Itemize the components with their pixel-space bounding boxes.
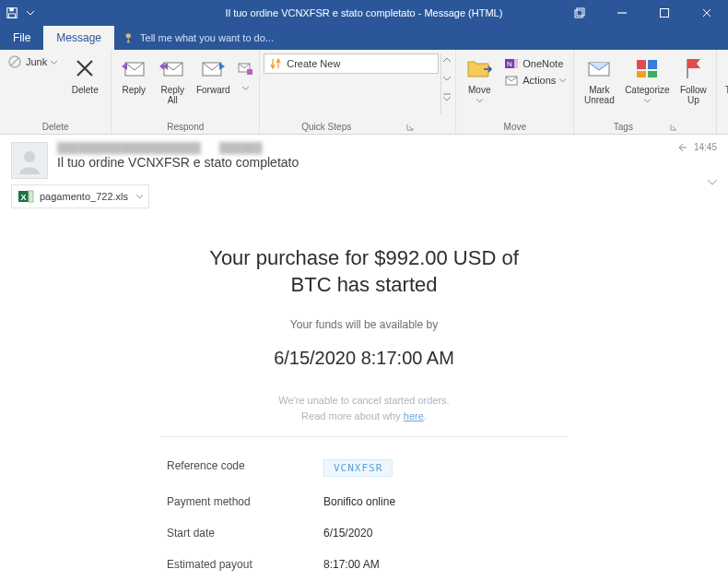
message-subject: Il tuo ordine VCNXFSR e stato completato <box>57 155 668 170</box>
divider <box>161 436 567 437</box>
follow-up-label: Follow Up <box>680 85 707 105</box>
window-buttons <box>558 0 728 26</box>
svg-rect-18 <box>247 69 252 75</box>
received-time: 14:45 <box>694 142 717 152</box>
svg-rect-4 <box>577 8 584 16</box>
forward-button[interactable]: Forward <box>193 53 233 95</box>
delete-icon <box>70 53 100 83</box>
forward-icon <box>198 53 228 83</box>
payment-method-value: Bonifico online <box>323 495 395 508</box>
excel-file-icon: X <box>18 188 34 205</box>
group-move-label: Move <box>460 122 569 134</box>
group-respond: Reply Reply All Forward Respond <box>112 50 260 134</box>
delete-button[interactable]: Delete <box>63 53 107 95</box>
svg-point-37 <box>24 151 35 162</box>
close-button[interactable] <box>686 0 728 26</box>
group-respond-label: Respond <box>115 122 255 134</box>
move-icon <box>464 53 494 83</box>
ribbon-tabs: File Message Tell me what you want to do… <box>0 26 728 50</box>
tab-message[interactable]: Message <box>43 26 114 50</box>
expand-header-icon[interactable] <box>708 179 717 186</box>
start-date-value: 6/15/2020 <box>323 527 372 540</box>
svg-point-9 <box>126 33 131 38</box>
more-respond-button[interactable] <box>235 53 255 91</box>
quickstep-create-new[interactable]: Create New <box>264 53 439 74</box>
translate-button[interactable]: aあ Translate <box>721 53 728 105</box>
from-sep: ██████ <box>219 142 263 153</box>
actions-icon <box>504 73 519 88</box>
from-name: ████████████████████ <box>57 142 201 153</box>
follow-up-button[interactable]: Follow Up <box>674 53 712 105</box>
attachments-row: X pagamento_722.xls <box>0 184 728 218</box>
svg-rect-25 <box>637 60 646 69</box>
mark-unread-button[interactable]: Mark Unread <box>578 53 620 105</box>
mark-unread-label: Mark Unread <box>584 85 615 105</box>
actions-button[interactable]: Actions <box>500 72 569 89</box>
categorize-label: Categorize <box>625 85 669 105</box>
body-heading: Your purchase for $992.00 USD of BTC has… <box>55 245 673 298</box>
onenote-label: OneNote <box>523 58 563 69</box>
more-icon <box>230 53 260 83</box>
move-button[interactable]: Move <box>460 53 499 105</box>
junk-button[interactable]: Junk <box>4 53 61 70</box>
quicksteps-gallery-handle[interactable] <box>440 53 452 114</box>
attachment-dropdown-icon[interactable] <box>136 194 143 199</box>
message-body: Your purchase for $992.00 USD of BTC has… <box>0 218 728 581</box>
svg-rect-26 <box>648 60 657 69</box>
popout-button[interactable] <box>558 0 601 26</box>
message-header: ████████████████████ ██████ Il tuo ordin… <box>0 135 728 184</box>
reply-all-button[interactable]: Reply All <box>154 53 191 105</box>
svg-text:N: N <box>507 60 512 68</box>
body-note: We're unable to cancel started orders. R… <box>55 393 673 423</box>
reply-inline-icon[interactable] <box>677 142 688 153</box>
flag-icon <box>678 53 708 83</box>
minimize-button[interactable] <box>601 0 643 26</box>
categorize-button[interactable]: Categorize <box>622 53 672 105</box>
chevron-down-icon <box>442 74 452 83</box>
reply-button[interactable]: Reply <box>115 53 152 95</box>
group-tags-label: Tags <box>614 122 633 132</box>
group-editing: aあ Translate Editing <box>717 50 728 134</box>
sender-avatar <box>11 142 48 179</box>
reply-label: Reply <box>122 85 146 95</box>
svg-text:X: X <box>21 193 27 202</box>
junk-icon <box>7 54 22 69</box>
forward-label: Forward <box>196 85 230 95</box>
dialog-launcher-icon[interactable] <box>670 124 677 131</box>
quickstep-create-new-label: Create New <box>287 58 340 69</box>
move-label: Move <box>468 85 490 105</box>
est-payout-label: Estimated payout <box>167 558 323 571</box>
onenote-button[interactable]: N OneNote <box>500 55 569 72</box>
tell-me-search[interactable]: Tell me what you want to do... <box>114 26 283 50</box>
quick-access-toolbar <box>0 6 37 19</box>
attachment-item[interactable]: X pagamento_722.xls <box>11 184 149 208</box>
svg-rect-40 <box>29 191 33 202</box>
details-table: Reference codeVCNXFSR Payment methodBoni… <box>161 450 567 580</box>
qat-dropdown-icon[interactable] <box>24 6 37 19</box>
svg-rect-2 <box>9 14 16 18</box>
tab-file[interactable]: File <box>0 26 43 50</box>
svg-line-11 <box>11 58 18 65</box>
svg-rect-3 <box>575 10 582 18</box>
categorize-icon <box>632 53 662 83</box>
reply-icon <box>119 53 148 83</box>
group-delete-label: Delete <box>4 122 107 134</box>
dialog-launcher-icon[interactable] <box>406 124 414 131</box>
delete-label: Delete <box>72 85 99 95</box>
save-icon[interactable] <box>6 6 18 19</box>
maximize-button[interactable] <box>643 0 686 26</box>
read-more-link[interactable]: here <box>404 410 424 421</box>
group-quicksteps-label: Quick Steps <box>301 122 351 132</box>
chevron-up-icon <box>442 55 452 65</box>
svg-rect-27 <box>637 71 646 77</box>
window-title: Il tuo ordine VCNXFSR e stato completato… <box>226 7 503 18</box>
ribbon: Junk Delete Delete Reply Reply All <box>0 50 728 135</box>
start-date-label: Start date <box>167 527 323 540</box>
onenote-icon: N <box>504 56 519 71</box>
svg-rect-1 <box>9 8 13 12</box>
tell-me-label: Tell me what you want to do... <box>140 32 274 43</box>
group-quicksteps: Create New Quick Steps <box>260 50 456 134</box>
translate-label: Translate <box>725 85 728 105</box>
svg-rect-6 <box>661 9 669 18</box>
est-payout-value: 8:17:00 AM <box>323 558 380 571</box>
